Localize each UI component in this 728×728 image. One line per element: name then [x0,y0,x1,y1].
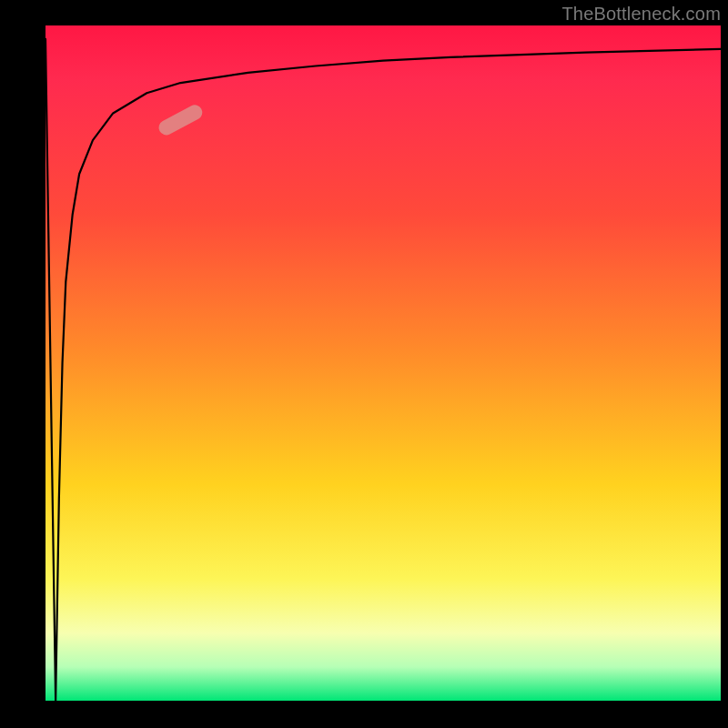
plot-area [46,25,721,701]
curve-svg [46,25,721,701]
highlight-marker [157,102,206,137]
highlight-marker-shape [157,102,206,137]
chart-frame: TheBottleneck.com [0,0,728,728]
bottleneck-curve [46,39,721,701]
watermark-text: TheBottleneck.com [561,4,721,25]
